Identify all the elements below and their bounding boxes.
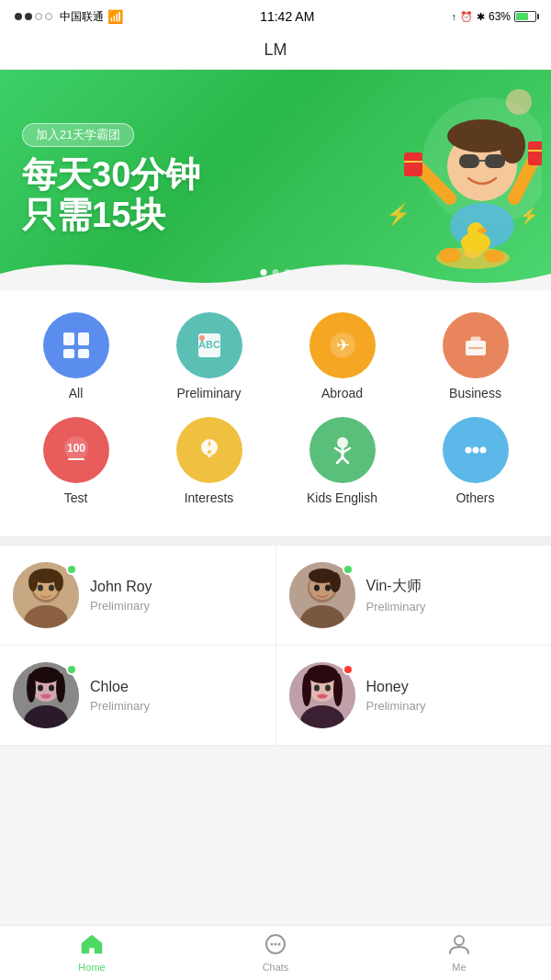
category-row-1: All ABC Preliminary ✈ Abroad <box>9 312 542 400</box>
vin-name: Vin-大师 <box>366 577 539 596</box>
banner-dots <box>261 269 291 276</box>
cat-icon-business <box>443 312 509 378</box>
tab-me[interactable]: Me <box>367 926 551 980</box>
banner-title2: 只需15块 <box>22 195 529 237</box>
tab-home[interactable]: Home <box>0 926 184 980</box>
wifi-icon: 📶 <box>107 9 123 24</box>
svg-text:100: 100 <box>66 442 84 455</box>
status-right: ↑ ⏰ ✱ 63% <box>451 10 536 23</box>
tutor-row-2: Chloe Preliminary <box>0 646 551 746</box>
vin-sub: Preliminary <box>366 600 539 614</box>
svg-point-82 <box>325 685 331 692</box>
cat-label-preliminary: Preliminary <box>176 386 241 400</box>
svg-rect-24 <box>63 332 74 345</box>
home-icon <box>80 933 104 959</box>
tab-chats-label: Chats <box>263 962 289 973</box>
svg-point-68 <box>330 572 341 592</box>
svg-rect-35 <box>468 347 483 349</box>
john-roy-avatar-wrap <box>13 562 79 628</box>
status-left: 中国联通 📶 <box>15 9 123 25</box>
alarm-icon: ⏰ <box>460 11 473 23</box>
cat-item-interests[interactable]: Interests <box>154 417 264 505</box>
category-row-2: 100 Test Interests <box>9 417 542 505</box>
svg-point-43 <box>337 437 348 448</box>
svg-point-56 <box>38 585 43 591</box>
cat-item-kids[interactable]: Kids English <box>287 417 398 505</box>
cat-item-preliminary[interactable]: ABC Preliminary <box>154 312 264 400</box>
vin-avatar-wrap <box>289 562 355 628</box>
svg-point-59 <box>28 573 38 591</box>
cat-label-test: Test <box>64 490 88 505</box>
chloe-avatar-wrap <box>13 662 79 728</box>
john-roy-online-dot <box>66 564 77 575</box>
cat-icon-abroad: ✈ <box>309 312 376 378</box>
cat-item-business[interactable]: Business <box>421 312 531 400</box>
time-display: 11:42 AM <box>260 9 314 24</box>
john-roy-info: John Roy Preliminary <box>90 579 263 613</box>
cat-item-others[interactable]: Others <box>421 417 531 505</box>
cat-label-kids: Kids English <box>307 490 377 505</box>
battery-label: 63% <box>489 10 511 23</box>
chloe-name: Chloe <box>90 679 263 695</box>
honey-avatar-wrap <box>289 662 355 728</box>
cat-item-abroad[interactable]: ✈ Abroad <box>287 312 398 400</box>
svg-point-74 <box>31 667 61 683</box>
banner: 加入21天学霸团 每天30分钟 只需15块 <box>0 70 551 290</box>
svg-point-88 <box>271 943 274 946</box>
cat-icon-test: 100 <box>43 417 109 483</box>
cat-label-interests: Interests <box>185 490 234 505</box>
banner-content: 加入21天学霸团 每天30分钟 只需15块 <box>0 105 551 254</box>
banner-title1: 每天30分钟 <box>22 156 529 195</box>
svg-point-81 <box>314 685 320 692</box>
cat-label-business: Business <box>449 386 501 400</box>
svg-point-50 <box>472 447 478 454</box>
section-divider <box>0 536 551 546</box>
svg-rect-25 <box>78 332 89 345</box>
tab-bar: Home Chats Me <box>0 925 551 980</box>
cat-label-abroad: Abroad <box>321 386 363 400</box>
svg-point-91 <box>455 936 464 945</box>
honey-sub: Preliminary <box>366 699 539 713</box>
tab-me-label: Me <box>452 962 466 973</box>
tutor-cell-chloe[interactable]: Chloe Preliminary <box>0 646 276 745</box>
tab-home-label: Home <box>78 962 105 973</box>
chloe-online-dot <box>66 664 77 675</box>
nav-title: LM <box>0 33 551 70</box>
tutor-cell-honey[interactable]: Honey Preliminary <box>276 646 552 745</box>
cat-icon-preliminary: ABC <box>176 312 242 378</box>
svg-point-49 <box>465 447 471 454</box>
tutor-cell-vin[interactable]: Vin-大师 Preliminary <box>276 546 552 645</box>
svg-point-73 <box>49 685 54 692</box>
svg-point-85 <box>302 673 311 706</box>
svg-point-89 <box>275 943 277 946</box>
svg-point-77 <box>41 694 51 699</box>
svg-point-90 <box>278 943 281 946</box>
tab-chats[interactable]: Chats <box>184 926 367 980</box>
me-icon <box>447 933 471 959</box>
carrier-label: 中国联通 <box>60 9 104 25</box>
tutor-cell-john-roy[interactable]: John Roy Preliminary <box>0 546 276 645</box>
chloe-sub: Preliminary <box>90 699 263 713</box>
banner-dot-2 <box>273 269 279 276</box>
tutor-list: John Roy Preliminary <box>0 546 551 746</box>
svg-point-76 <box>56 673 65 703</box>
cat-label-all: All <box>69 386 84 400</box>
svg-rect-27 <box>78 349 89 358</box>
svg-point-83 <box>318 694 327 699</box>
cat-item-all[interactable]: All <box>21 312 131 400</box>
svg-rect-42 <box>208 456 211 457</box>
svg-point-66 <box>325 585 331 591</box>
categories-section: All ABC Preliminary ✈ Abroad <box>0 290 551 536</box>
svg-point-86 <box>333 673 343 706</box>
honey-name: Honey <box>366 679 539 695</box>
svg-point-51 <box>479 447 486 454</box>
banner-dot-3 <box>285 269 291 276</box>
svg-rect-26 <box>63 349 74 358</box>
john-roy-sub: Preliminary <box>90 599 263 613</box>
chats-icon <box>264 933 287 959</box>
cat-label-others: Others <box>455 490 494 505</box>
honey-online-dot <box>343 664 354 675</box>
cat-item-test[interactable]: 100 Test <box>21 417 131 505</box>
bluetooth-icon: ✱ <box>477 11 485 23</box>
svg-rect-34 <box>471 337 480 343</box>
